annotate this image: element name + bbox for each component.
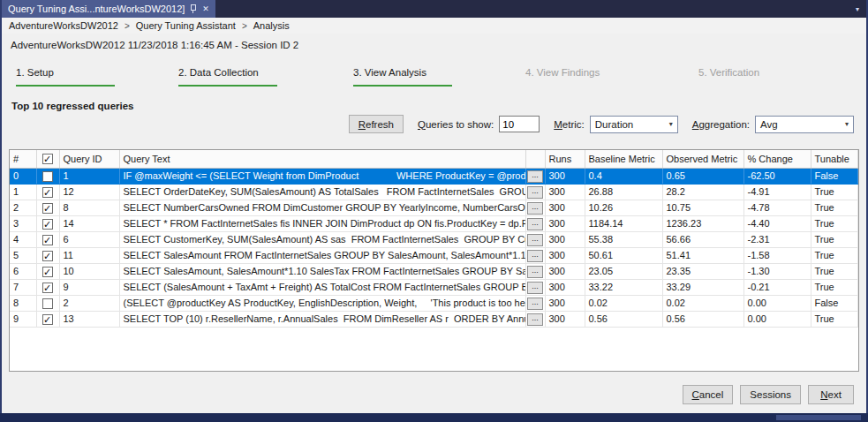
runs-cell: 300 (545, 247, 585, 263)
col-header-tunable[interactable]: Tunable (811, 150, 858, 168)
query-details-button[interactable]: ... (527, 218, 543, 230)
cancel-button-label: Cancel (692, 389, 724, 400)
app-window: Query Tuning Assi...ntureWorksDW2012] ✕ … (0, 0, 868, 422)
query-details-button[interactable]: ... (527, 186, 543, 199)
next-button[interactable]: Next (808, 385, 854, 404)
col-header-observed-metric[interactable]: Observed Metric (662, 150, 743, 168)
chevron-down-icon[interactable]: ▾ (856, 5, 859, 13)
row-checkbox[interactable] (42, 314, 53, 325)
runs-cell: 300 (545, 200, 585, 215)
observed-cell: 0.65 (662, 168, 743, 184)
table-row[interactable]: 6 10 SELECT SalesAmount, SalesAmount*1.1… (10, 263, 858, 279)
table-row[interactable]: 3 14 SELECT * FROM FactInternetSales fis… (10, 215, 858, 231)
query-details-button[interactable]: ... (527, 282, 543, 294)
breadcrumb-item[interactable]: Query Tuning Assistant (136, 20, 236, 31)
row-index-cell: 5 (10, 247, 36, 263)
ellipsis-cell: ... (525, 279, 545, 295)
row-select-cell[interactable] (36, 168, 59, 184)
query-details-button[interactable]: ... (527, 266, 543, 278)
row-checkbox[interactable] (42, 251, 53, 261)
pin-icon[interactable] (191, 4, 196, 11)
col-header-query-text[interactable]: Query Text (119, 150, 525, 168)
queries-to-show-input[interactable] (499, 116, 540, 132)
row-checkbox[interactable] (42, 283, 53, 293)
row-select-cell[interactable] (36, 184, 59, 200)
chevron-down-icon: ▾ (845, 120, 849, 128)
ellipsis-cell: ... (525, 311, 545, 327)
wizard-step-1[interactable]: 1. Setup (16, 67, 115, 87)
tunable-cell: True (811, 247, 858, 263)
metric-select[interactable]: Duration ▾ (590, 116, 678, 133)
document-tab[interactable]: Query Tuning Assi...ntureWorksDW2012] ✕ (2, 0, 215, 18)
sessions-button[interactable]: Sessions (740, 385, 801, 404)
ellipsis-cell: ... (525, 168, 545, 184)
pct-change-cell: -4.78 (743, 200, 811, 215)
query-text-cell: SELECT TOP (10) r.ResellerName, r.Annual… (119, 311, 525, 327)
row-select-cell[interactable] (36, 215, 59, 231)
query-details-button[interactable]: ... (527, 202, 543, 215)
row-select-cell[interactable] (36, 200, 59, 215)
title-bar: Query Tuning Assi...ntureWorksDW2012] ✕ … (2, 0, 866, 18)
wizard-step-3[interactable]: 3. View Analysis (353, 67, 452, 87)
query-id-cell: 9 (59, 279, 119, 295)
refresh-button[interactable]: Refresh (349, 115, 404, 133)
wizard-step-4[interactable]: 4. View Findings (525, 67, 600, 78)
observed-cell: 51.41 (662, 247, 743, 263)
table-row[interactable]: 5 11 SELECT SalesAmount FROM FactInterne… (10, 247, 858, 263)
aggregation-select[interactable]: Avg ▾ (755, 116, 854, 133)
row-select-cell[interactable] (36, 263, 59, 279)
queries-to-show-group: Queries to show: (418, 116, 540, 132)
runs-cell: 300 (545, 311, 585, 327)
table-header-row: # Query ID Query Text Runs Baseline Metr… (10, 150, 858, 168)
query-details-button[interactable]: ... (527, 250, 543, 262)
query-details-button[interactable]: ... (527, 298, 543, 310)
step-progress-underline (178, 85, 277, 87)
col-header-pct-change[interactable]: % Change (743, 150, 811, 168)
table-row[interactable]: 4 6 SELECT CustomerKey, SUM(SalesAmount)… (10, 231, 858, 247)
row-checkbox[interactable] (42, 298, 53, 309)
select-all-checkbox[interactable] (42, 154, 53, 164)
breadcrumb-item[interactable]: Analysis (253, 20, 290, 31)
queries-grid: # Query ID Query Text Runs Baseline Metr… (9, 149, 859, 372)
table-row[interactable]: 0 1 IF @maxWeight <= (SELECT Weight from… (10, 168, 858, 184)
query-details-button[interactable]: ... (527, 170, 543, 183)
query-details-button[interactable]: ... (527, 234, 543, 246)
row-checkbox[interactable] (42, 203, 53, 214)
row-checkbox[interactable] (42, 187, 53, 198)
table-row[interactable]: 9 13 SELECT TOP (10) r.ResellerName, r.A… (10, 311, 858, 327)
table-row[interactable]: 7 9 SELECT (SalesAmount + TaxAmt + Freig… (10, 279, 858, 295)
col-header-index[interactable]: # (10, 150, 36, 168)
query-details-button[interactable]: ... (527, 313, 543, 326)
table-row[interactable]: 1 12 SELECT OrderDateKey, SUM(SalesAmoun… (10, 184, 858, 200)
row-checkbox[interactable] (42, 219, 53, 230)
col-header-runs[interactable]: Runs (545, 150, 585, 168)
session-info: AdventureWorksDW2012 11/23/2018 1:16:45 … (11, 40, 298, 50)
row-checkbox[interactable] (42, 267, 53, 277)
queries-table: # Query ID Query Text Runs Baseline Metr… (10, 150, 858, 328)
table-row[interactable]: 2 8 SELECT NumberCarsOwned FROM DimCusto… (10, 200, 858, 215)
aggregation-select-value: Avg (760, 119, 778, 130)
baseline-cell: 0.4 (585, 168, 662, 184)
row-select-cell[interactable] (36, 231, 59, 247)
wizard-step-2[interactable]: 2. Data Collection (178, 67, 277, 87)
col-header-ellipsis (525, 150, 545, 168)
row-select-cell[interactable] (36, 279, 59, 295)
cancel-button[interactable]: Cancel (683, 385, 734, 404)
row-checkbox[interactable] (42, 235, 53, 245)
table-row[interactable]: 8 2 (SELECT @productKey AS ProductKey, E… (10, 295, 858, 311)
breadcrumb-item[interactable]: AdventureWorksDW2012 (9, 20, 118, 31)
col-header-query-id[interactable]: Query ID (59, 150, 119, 168)
close-icon[interactable]: ✕ (202, 5, 209, 13)
tunable-cell: True (811, 231, 858, 247)
section-title: Top 10 regressed queries (11, 101, 133, 111)
row-select-cell[interactable] (36, 247, 59, 263)
row-checkbox[interactable] (42, 171, 53, 182)
col-header-baseline-metric[interactable]: Baseline Metric (585, 150, 662, 168)
runs-cell: 300 (545, 215, 585, 231)
runs-cell: 300 (545, 263, 585, 279)
row-select-cell[interactable] (36, 311, 59, 327)
row-select-cell[interactable] (36, 295, 59, 311)
col-header-select[interactable] (36, 150, 59, 168)
observed-cell: 28.2 (662, 184, 743, 200)
wizard-step-5[interactable]: 5. Verification (698, 67, 759, 78)
